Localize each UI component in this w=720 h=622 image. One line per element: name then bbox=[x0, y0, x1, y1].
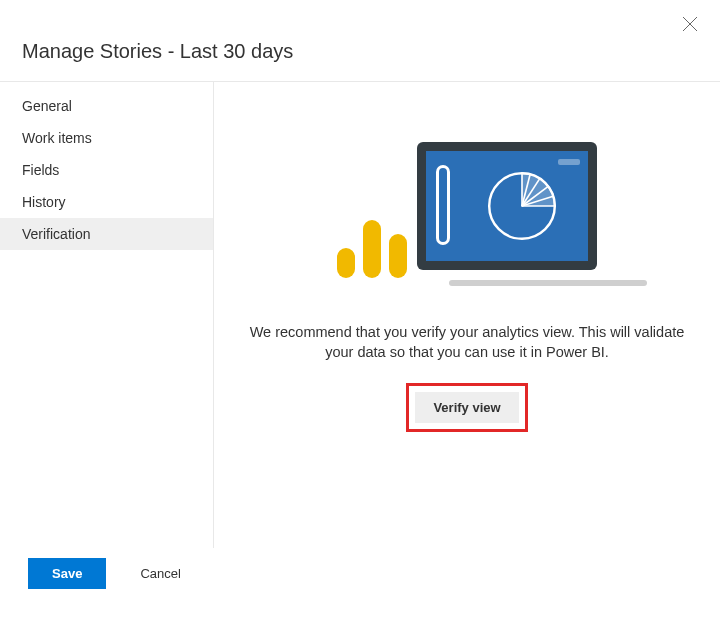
sidebar-item-label: History bbox=[22, 194, 66, 210]
sidebar-item-label: General bbox=[22, 98, 72, 114]
bar-chart-icon bbox=[337, 220, 407, 278]
sidebar-item-label: Work items bbox=[22, 130, 92, 146]
sidebar-item-history[interactable]: History bbox=[0, 186, 213, 218]
page-title: Manage Stories - Last 30 days bbox=[22, 40, 720, 63]
verify-highlight-box: Verify view bbox=[406, 383, 527, 432]
sidebar-item-fields[interactable]: Fields bbox=[0, 154, 213, 186]
close-icon bbox=[682, 16, 698, 32]
sidebar-item-general[interactable]: General bbox=[0, 90, 213, 122]
dialog-footer: Save Cancel bbox=[0, 548, 720, 589]
pie-chart-icon bbox=[481, 165, 563, 247]
main-content: We recommend that you verify your analyt… bbox=[214, 82, 720, 548]
sidebar: General Work items Fields History Verifi… bbox=[0, 82, 214, 548]
dialog-header: Manage Stories - Last 30 days bbox=[0, 0, 720, 82]
verify-view-button[interactable]: Verify view bbox=[415, 392, 518, 423]
tablet-icon bbox=[417, 142, 597, 270]
sidebar-item-verification[interactable]: Verification bbox=[0, 218, 213, 250]
sidebar-item-work-items[interactable]: Work items bbox=[0, 122, 213, 154]
cancel-button[interactable]: Cancel bbox=[120, 558, 200, 589]
analytics-illustration bbox=[337, 142, 597, 292]
close-button[interactable] bbox=[678, 12, 702, 36]
verification-message: We recommend that you verify your analyt… bbox=[247, 322, 687, 363]
save-button[interactable]: Save bbox=[28, 558, 106, 589]
sidebar-item-label: Fields bbox=[22, 162, 59, 178]
dialog-body: General Work items Fields History Verifi… bbox=[0, 82, 720, 548]
sidebar-item-label: Verification bbox=[22, 226, 90, 242]
